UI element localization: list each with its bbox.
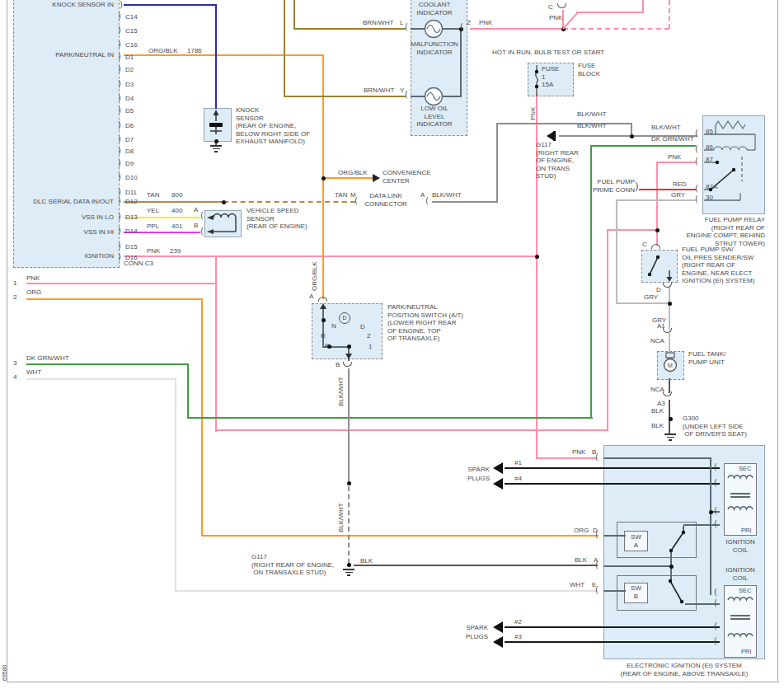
wire-segment: [777, 0, 778, 682]
connector-arc-icon: [318, 297, 327, 302]
junction-dot: [669, 417, 673, 421]
wire-segment: [496, 123, 632, 124]
ei-pin-d: D: [593, 527, 598, 535]
wire2-color: ORG: [26, 288, 41, 297]
wire-segment: [505, 641, 720, 643]
vss-pin-b: B: [194, 222, 198, 230]
switch-b-blade-icon: [666, 579, 688, 605]
ei-caption: ELECTRONIC IGNITION (EI) SYSTEM (REAR OF…: [603, 662, 765, 677]
pin-label: C14: [125, 13, 138, 21]
wire-segment: [26, 283, 217, 284]
coil1-pri-winding-icon: [726, 503, 754, 514]
connector-bracket: (: [714, 622, 717, 630]
pin-bracket-icon: ): [118, 64, 121, 73]
relay-pin-86: 86: [706, 143, 713, 152]
pn-switch-label: PARK/NEUTRAL POSITION SWITCH (A/T) (LOWE…: [387, 303, 463, 343]
pcm-pin-d3: )D3: [118, 75, 134, 90]
low-oil-indicator-label: LOW OIL LEVEL INDICATOR: [411, 105, 458, 129]
g117-bolt-bar: [553, 131, 556, 141]
blkwht-label-1: BLK/WHT: [577, 110, 607, 119]
knock-sensor-label: KNOCK SENSOR (REAR OF ENGINE, BELOW RIGH…: [236, 106, 310, 146]
connector-bracket: (: [695, 129, 698, 138]
d16-circuit-label: 239: [170, 247, 181, 255]
wire-segment: [730, 496, 750, 498]
pin-label: D9: [125, 160, 134, 167]
wiring-diagram: )(((((((((((((((((((((((( )C14)C15)C16)D…: [0, 0, 784, 689]
wire-segment: [639, 189, 697, 190]
ground-icon: [667, 437, 674, 438]
blkwht-vertical-label-1: BLK/WHT: [337, 377, 345, 406]
g117-bolt-icon: [547, 132, 553, 140]
g300-label: G300 (UNDER LEFT SIDE OF DRIVER'S SEAT): [683, 415, 747, 438]
wire-segment: [124, 4, 217, 6]
wire-segment: [354, 565, 598, 566]
vss-label: VEHICLE SPEED SENSOR (REAR OF ENGINE): [246, 207, 307, 231]
wire-segment: [536, 457, 597, 459]
pin-label: D2: [125, 66, 134, 73]
wire-segment: [124, 255, 537, 257]
junction-dot: [630, 134, 634, 138]
pin-bracket-icon: ): [118, 172, 121, 181]
coil1-label: IGNITION COIL: [724, 538, 757, 554]
spark-plugs-bottom-label: SPARK PLUGS: [450, 623, 488, 641]
ei-pin-a: A: [594, 556, 598, 565]
d12-wire-label: TAN: [147, 191, 159, 199]
convenience-wire-label: ORG/BLK: [338, 169, 368, 177]
wire-segment: [215, 4, 217, 109]
pcm-pin-d2: )D2: [118, 60, 134, 75]
junction-dot: [222, 200, 226, 204]
pnk-top-label: PNK: [549, 14, 562, 22]
ground-icon: [214, 151, 218, 152]
pcm-input-label: KNOCK SENSOR IN: [15, 1, 114, 8]
wire-segment: [730, 615, 750, 616]
pn-selector: D: [339, 312, 350, 324]
pcm-pin-c14: )C14: [118, 7, 138, 22]
pcm-pin-d10: )D10: [118, 168, 138, 183]
wire-segment: [669, 0, 670, 29]
wire-segment: [348, 368, 350, 484]
ground-icon: [343, 569, 354, 570]
fuse-block-label: FUSE BLOCK: [578, 62, 600, 77]
ref-number: 69580: [1, 665, 9, 681]
spark4-label: #4: [514, 475, 522, 483]
ground-icon: [664, 434, 676, 435]
wire-segment: [201, 535, 599, 537]
pcm-pin-d9: )D9: [118, 154, 134, 169]
ei-pin-e: E: [592, 581, 596, 589]
relay-wire-86-label: DK GRN/WHT: [651, 135, 694, 143]
connector-bracket: (: [425, 197, 429, 205]
blk-wire-label: BLK: [360, 557, 373, 565]
d13-circuit-label: 400: [171, 207, 182, 215]
switch-a-blade-icon: [668, 527, 689, 554]
wire-segment: [617, 199, 696, 201]
ei-wht-label: WHT: [570, 581, 584, 589]
pin-label: C15: [125, 27, 138, 35]
wire-segment: [293, 28, 406, 30]
wire-segment: [730, 493, 750, 494]
oil-pressure-switch-icon: [643, 251, 676, 288]
relay-pin-85: 85: [706, 128, 713, 136]
wire-segment: [616, 199, 617, 304]
coolant-malfunction-bulb-icon: [422, 17, 445, 40]
blkwht-label-2: BLK/WHT: [577, 122, 607, 130]
spark-plugs-top-label: SPARK PLUGS: [452, 465, 490, 483]
coil2-sec-winding-icon: [726, 593, 754, 605]
pcm-pin-d14: )D14: [118, 222, 138, 237]
wire4-color: WHT: [26, 368, 41, 377]
pin-label: D13: [125, 213, 138, 221]
coolant-indicator-label: COOLANT INDICATOR: [411, 1, 458, 16]
fuel-tank-label: FUEL TANK/ PUMP UNIT: [688, 350, 725, 366]
wire-segment: [432, 201, 498, 203]
g117-bottom-label: G117 (RIGHT REAR OF ENGINE, ON TRANSAXLE…: [251, 553, 334, 577]
wire-segment: [505, 467, 720, 469]
coil2-pri-winding-icon: [726, 630, 754, 641]
wire-segment: [642, 0, 644, 13]
pin-bracket-icon: ): [118, 252, 121, 261]
convenience-center-arrow: [373, 174, 380, 182]
ei-blk-label: BLK: [575, 556, 587, 565]
d1-wire-label: ORG/BLK: [148, 47, 178, 55]
relay-pin-30: 30: [706, 194, 713, 202]
pcm-input-label: DLC SERIAL DATA IN/OUT: [15, 198, 114, 205]
d16-wire-label: PNK: [147, 247, 160, 255]
convenience-center-label: CONVENIENCE CENTER: [383, 169, 431, 185]
